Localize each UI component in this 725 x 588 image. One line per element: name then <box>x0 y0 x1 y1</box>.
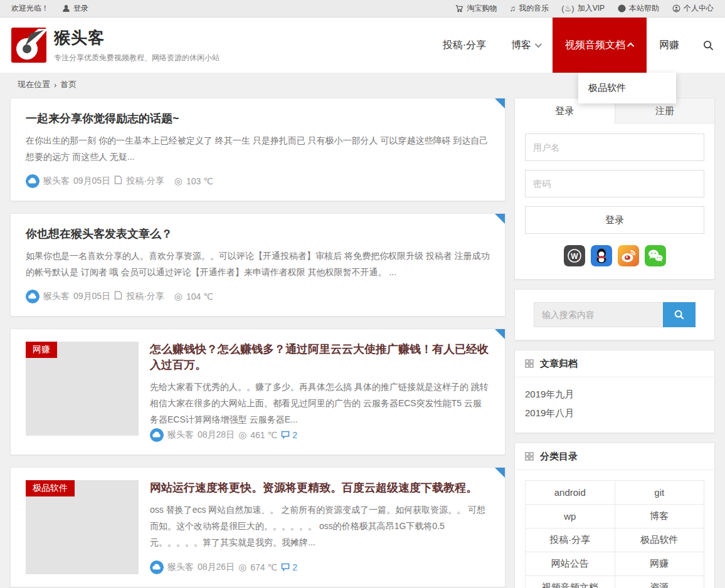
category-icon <box>114 291 122 302</box>
article-views: 674 ℃ <box>250 562 277 572</box>
article-excerpt: oss 替换了ecs 网站自然加速、。 之前所有的资源变成了一篇。如何获取资源。… <box>150 502 490 551</box>
topbar-link-music[interactable]: ♫ 我的音乐 <box>510 3 549 14</box>
topbar: 欢迎光临！ 登录 淘宝购物 ♫ 我的音乐 (♨) 加入VIP ? 本站帮助 <box>0 0 725 18</box>
views-icon: ◎ <box>174 176 183 186</box>
sidebar: 登录 注册 登录 W <box>514 98 715 588</box>
password-field[interactable] <box>525 170 704 197</box>
article-title[interactable]: 网站运行速度将更快。资源将更精致。百度云超级速度下载教程。 <box>150 480 490 496</box>
login-button[interactable]: 登录 <box>525 206 704 234</box>
user-icon <box>61 4 70 13</box>
views-icon: ◎ <box>238 430 246 439</box>
widget-title: 分类目录 <box>540 451 578 463</box>
vip-icon: (♨) <box>561 4 574 13</box>
article-views: 103 ℃ <box>186 176 213 186</box>
archive-link[interactable]: 2019年九月 <box>525 385 704 404</box>
category-link[interactable]: wp <box>526 505 615 528</box>
author-name[interactable]: 猴头客 <box>167 429 194 441</box>
views-icon: ◎ <box>238 562 246 572</box>
category-link[interactable]: 博客 <box>615 505 704 528</box>
archive-link[interactable]: 2019年八月 <box>525 404 704 423</box>
cart-icon <box>455 4 464 13</box>
article-date: 09月05日 <box>73 176 110 187</box>
main-nav: 投稿·分享 博客 视频音频文档 网赚 <box>430 18 725 73</box>
grid-icon <box>525 359 534 368</box>
article-card: 极品软件 网站运行速度将更快。资源将更精致。百度云超级速度下载教程。 oss 替… <box>10 467 505 587</box>
welcome-text: 欢迎光临！ <box>11 3 49 14</box>
category-link[interactable]: android <box>526 481 615 505</box>
category-link[interactable]: 极品软件 <box>615 528 704 552</box>
nav-search-button[interactable] <box>692 18 725 73</box>
author-avatar <box>150 428 164 442</box>
search-input[interactable] <box>534 302 663 327</box>
site-header: 猴头客 专注分享优质免费视频教程、网络资源的休闲小站 投稿·分享 博客 视频音频… <box>0 18 725 73</box>
article-thumbnail[interactable]: 极品软件 <box>26 480 139 574</box>
topbar-link-help[interactable]: ? 本站帮助 <box>617 3 659 14</box>
author-name[interactable]: 猴头客 <box>167 562 194 573</box>
login-widget: 登录 注册 登录 W <box>514 98 715 280</box>
article-excerpt: 先给大家看下优秀的人。。赚了多少。再具体怎么搞 具体的推广链接就是这样子的 跳转… <box>150 379 490 428</box>
article-thumbnail[interactable]: 网赚 <box>26 342 139 436</box>
username-field[interactable] <box>525 134 704 161</box>
article-category[interactable]: 投稿·分享 <box>126 176 164 187</box>
nav-item-share[interactable]: 投稿·分享 <box>430 18 499 73</box>
help-icon: ? <box>617 4 626 13</box>
corner-ribbon-icon <box>495 214 505 224</box>
corner-ribbon-icon <box>495 329 505 339</box>
breadcrumb-home-link[interactable]: 首页 <box>60 79 77 90</box>
article-card: 一起来分享你觉得励志的话题~ 在你出生的那一刻 你的一生基本上已经被定义了 终其… <box>10 98 505 201</box>
category-badge[interactable]: 网赚 <box>26 342 57 358</box>
site-logo-icon <box>11 28 46 63</box>
author-name[interactable]: 猴头客 <box>43 291 70 302</box>
category-link[interactable]: git <box>615 481 704 505</box>
category-badge[interactable]: 极品软件 <box>26 480 75 496</box>
article-list: 一起来分享你觉得励志的话题~ 在你出生的那一刻 你的一生基本上已经被定义了 终其… <box>10 98 505 588</box>
category-link[interactable]: 资源 <box>615 576 704 588</box>
grid-icon <box>525 452 534 461</box>
article-meta: 猴头客 08月28日 ◎ 461 ℃ 2 <box>150 428 490 442</box>
nav-item-blog[interactable]: 博客 <box>499 18 553 73</box>
category-link[interactable]: 投稿·分享 <box>526 528 615 552</box>
weibo-icon[interactable] <box>618 245 639 266</box>
article-card: 网赚 怎么赚钱快？怎么赚钱多？通过阿里云云大使推广赚钱！有人已经收入过百万。 先… <box>10 328 505 455</box>
nav-dropdown-menu: 极品软件 <box>578 73 676 103</box>
author-avatar <box>150 560 164 574</box>
nav-item-video-audio-doc[interactable]: 视频音频文档 <box>553 18 647 73</box>
wechat-icon[interactable] <box>645 245 666 266</box>
dropdown-item-best-software[interactable]: 极品软件 <box>578 81 676 95</box>
topbar-link-taobao[interactable]: 淘宝购物 <box>455 3 497 14</box>
category-link[interactable]: 视频音频文档 <box>526 576 615 588</box>
search-button[interactable] <box>663 302 696 327</box>
music-icon: ♫ <box>510 4 516 13</box>
topbar-link-profile[interactable]: 个人中心 <box>672 3 714 14</box>
topbar-link-vip[interactable]: (♨) 加入VIP <box>561 3 605 14</box>
article-meta: 猴头客 08月26日 ◎ 674 ℃ 2 <box>150 560 490 574</box>
site-subtitle: 专注分享优质免费视频教程、网络资源的休闲小站 <box>54 53 220 63</box>
corner-ribbon-icon <box>495 98 505 108</box>
article-meta: 猴头客 09月05日 投稿·分享 ◎ 103 ℃ <box>26 174 490 188</box>
wordpress-icon[interactable]: W <box>564 245 585 266</box>
author-name[interactable]: 猴头客 <box>43 176 70 187</box>
social-login-row: W <box>525 245 704 266</box>
category-link[interactable]: 网站公告 <box>526 552 615 576</box>
user-circle-icon <box>672 4 680 13</box>
svg-text:W: W <box>571 252 578 261</box>
site-brand[interactable]: 猴头客 专注分享优质免费视频教程、网络资源的休闲小站 <box>11 18 220 73</box>
article-title[interactable]: 一起来分享你觉得励志的话题~ <box>26 111 490 127</box>
article-date: 09月05日 <box>73 291 110 302</box>
comment-icon <box>281 431 290 439</box>
article-excerpt: 在你出生的那一刻 你的一生基本上已经被定义了 终其一生 只是挣扎而已 只有极小一… <box>26 133 490 165</box>
article-date: 08月28日 <box>198 429 235 441</box>
qq-icon[interactable] <box>591 245 612 266</box>
archive-widget: 文章归档 2019年九月 2019年八月 <box>514 350 715 433</box>
category-link[interactable]: 网赚 <box>615 552 704 576</box>
article-views: 104 ℃ <box>186 291 213 302</box>
article-title[interactable]: 你也想在猴头客发表文章么？ <box>26 226 490 242</box>
article-category[interactable]: 投稿·分享 <box>126 291 164 302</box>
article-date: 08月26日 <box>198 562 235 573</box>
article-title[interactable]: 怎么赚钱快？怎么赚钱多？通过阿里云云大使推广赚钱！有人已经收入过百万。 <box>150 342 490 373</box>
nav-item-wangzhuan[interactable]: 网赚 <box>647 18 692 73</box>
login-link[interactable]: 登录 <box>61 3 88 14</box>
article-card: 你也想在猴头客发表文章么？ 如果你也是一名喜欢分享的人。喜欢分享资源。。可以评论… <box>10 213 505 317</box>
comment-count-link[interactable]: 2 <box>281 430 297 440</box>
comment-count-link[interactable]: 2 <box>281 562 297 572</box>
